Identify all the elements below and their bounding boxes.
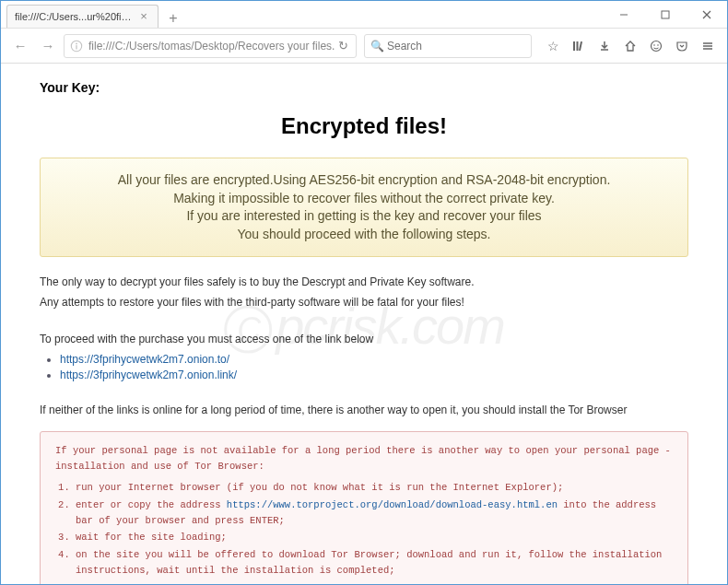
svg-point-10 <box>652 41 662 51</box>
navigation-bar: ← → ↻ 🔍 ☆ <box>1 29 727 64</box>
svg-rect-9 <box>579 41 582 50</box>
chat-icon[interactable] <box>644 34 668 58</box>
back-button[interactable]: ← <box>8 34 32 58</box>
onion-link-1[interactable]: https://3fprihycwetwk2m7.onion.to/ <box>60 353 229 366</box>
warning-banner: All your files are encrypted.Using AES25… <box>40 158 688 257</box>
warning-line: If you are interested in getting is the … <box>59 207 669 226</box>
page-title: Encrypted files! <box>40 113 688 139</box>
toolbar-icons: ☆ <box>541 34 720 58</box>
menu-icon[interactable] <box>696 34 720 58</box>
tor-instructions-block: If your personal page is not available f… <box>40 431 688 585</box>
window-titlebar: file:///C:/Users...ur%20files.html × + <box>1 1 727 29</box>
search-icon: 🔍 <box>370 40 383 53</box>
tor-step: run Tor Browser; <box>76 580 673 585</box>
address-bar[interactable]: ↻ <box>64 34 357 58</box>
onion-link-2[interactable]: https://3fprihycwetwk2m7.onion.link/ <box>60 369 237 381</box>
svg-point-12 <box>657 44 659 46</box>
decrypt-info-1: The only way to decrypt your files safel… <box>40 274 688 290</box>
tor-steps-list: run your Internet browser (if you do not… <box>76 480 673 585</box>
search-bar[interactable]: 🔍 <box>364 34 532 58</box>
library-icon[interactable] <box>567 34 591 58</box>
tab-title: file:///C:/Users...ur%20files.html <box>15 11 132 22</box>
warning-line: All your files are encrypted.Using AES25… <box>59 171 669 190</box>
browser-tab[interactable]: file:///C:/Users...ur%20files.html × <box>6 5 159 28</box>
page-content: Cpcrisk.com Your Key: Encrypted files! A… <box>1 64 727 585</box>
svg-point-11 <box>653 44 655 46</box>
purchase-links: https://3fprihycwetwk2m7.onion.to/ https… <box>60 353 688 381</box>
search-input[interactable] <box>387 40 525 53</box>
new-tab-button[interactable]: + <box>162 9 184 28</box>
tab-strip: file:///C:/Users...ur%20files.html × + <box>1 1 603 28</box>
close-tab-icon[interactable]: × <box>137 10 150 23</box>
bookmark-icon[interactable]: ☆ <box>541 34 565 58</box>
forward-button[interactable]: → <box>36 34 60 58</box>
tor-step: enter or copy the address https://www.to… <box>76 497 673 529</box>
warning-line: Making it impossible to recover files wi… <box>59 190 669 208</box>
list-item: https://3fprihycwetwk2m7.onion.link/ <box>60 369 688 381</box>
tor-instruction: If neither of the links is online for a … <box>40 402 688 418</box>
window-controls <box>603 1 727 28</box>
info-icon <box>70 40 83 53</box>
maximize-button[interactable] <box>644 1 686 28</box>
minimize-button[interactable] <box>603 1 644 28</box>
svg-point-5 <box>76 42 77 44</box>
list-item: https://3fprihycwetwk2m7.onion.to/ <box>60 353 688 366</box>
svg-rect-7 <box>573 41 575 51</box>
tor-step: run your Internet browser (if you do not… <box>76 480 673 496</box>
torproject-link[interactable]: https://www.torproject.org/download/down… <box>227 499 558 510</box>
your-key-label: Your Key: <box>40 80 688 95</box>
close-window-button[interactable] <box>686 1 727 28</box>
svg-rect-1 <box>662 11 669 18</box>
tor-step: on the site you will be offered to downl… <box>76 547 673 579</box>
pocket-icon[interactable] <box>670 34 694 58</box>
tor-step: wait for the site loading; <box>76 530 673 545</box>
refresh-icon[interactable]: ↻ <box>335 39 350 53</box>
downloads-icon[interactable] <box>593 34 616 58</box>
warning-line: You should proceed with the following st… <box>59 226 669 244</box>
decrypt-info-2: Any attempts to restore your files with … <box>40 294 688 310</box>
svg-rect-6 <box>76 45 76 49</box>
url-input[interactable] <box>88 40 335 53</box>
tor-intro: If your personal page is not available f… <box>55 443 673 474</box>
proceed-label: To proceed with the purchase you must ac… <box>40 331 688 347</box>
svg-rect-8 <box>577 41 579 51</box>
home-icon[interactable] <box>618 34 642 58</box>
